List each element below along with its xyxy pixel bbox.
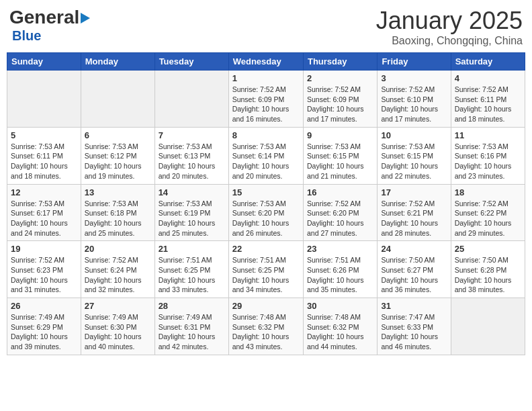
day-info: Sunrise: 7:49 AM Sunset: 6:30 PM Dayligh… xyxy=(85,312,151,352)
calendar-day-cell: 3Sunrise: 7:52 AM Sunset: 6:10 PM Daylig… xyxy=(378,71,451,128)
day-info: Sunrise: 7:51 AM Sunset: 6:26 PM Dayligh… xyxy=(307,255,373,295)
day-number: 22 xyxy=(232,244,300,254)
calendar-day-cell xyxy=(154,71,228,128)
day-info: Sunrise: 7:52 AM Sunset: 6:24 PM Dayligh… xyxy=(85,255,151,295)
calendar-day-cell: 24Sunrise: 7:50 AM Sunset: 6:27 PM Dayli… xyxy=(378,241,451,298)
calendar-day-cell: 26Sunrise: 7:49 AM Sunset: 6:29 PM Dayli… xyxy=(7,298,81,355)
day-number: 5 xyxy=(11,130,77,140)
calendar-day-cell: 6Sunrise: 7:53 AM Sunset: 6:12 PM Daylig… xyxy=(81,127,154,184)
calendar-week-row: 26Sunrise: 7:49 AM Sunset: 6:29 PM Dayli… xyxy=(7,298,525,355)
calendar-day-cell: 19Sunrise: 7:52 AM Sunset: 6:23 PM Dayli… xyxy=(7,241,81,298)
day-number: 16 xyxy=(307,187,373,197)
calendar-day-cell: 30Sunrise: 7:48 AM Sunset: 6:32 PM Dayli… xyxy=(303,298,377,355)
day-info: Sunrise: 7:52 AM Sunset: 6:09 PM Dayligh… xyxy=(307,85,373,124)
calendar-day-cell: 23Sunrise: 7:51 AM Sunset: 6:26 PM Dayli… xyxy=(303,241,377,298)
calendar-table: SundayMondayTuesdayWednesdayThursdayFrid… xyxy=(7,52,525,355)
day-info: Sunrise: 7:52 AM Sunset: 6:23 PM Dayligh… xyxy=(11,255,77,295)
day-number: 13 xyxy=(85,187,151,197)
calendar-week-row: 12Sunrise: 7:53 AM Sunset: 6:17 PM Dayli… xyxy=(7,184,525,241)
logo: General Blue xyxy=(9,7,90,44)
day-number: 29 xyxy=(232,301,300,311)
page-header: General Blue January 2025 Baoxing, Chong… xyxy=(7,7,525,47)
day-info: Sunrise: 7:53 AM Sunset: 6:16 PM Dayligh… xyxy=(455,142,521,181)
day-info: Sunrise: 7:52 AM Sunset: 6:22 PM Dayligh… xyxy=(455,199,521,238)
calendar-day-cell: 8Sunrise: 7:53 AM Sunset: 6:14 PM Daylig… xyxy=(228,127,303,184)
calendar-day-cell: 22Sunrise: 7:51 AM Sunset: 6:25 PM Dayli… xyxy=(228,241,303,298)
day-info: Sunrise: 7:53 AM Sunset: 6:18 PM Dayligh… xyxy=(85,199,151,238)
title-block: January 2025 Baoxing, Chongqing, China xyxy=(376,7,523,47)
calendar-header-row: SundayMondayTuesdayWednesdayThursdayFrid… xyxy=(7,53,525,71)
logo-general-text: General xyxy=(9,7,79,28)
day-info: Sunrise: 7:53 AM Sunset: 6:11 PM Dayligh… xyxy=(11,142,77,181)
day-number: 7 xyxy=(159,130,225,140)
day-info: Sunrise: 7:53 AM Sunset: 6:20 PM Dayligh… xyxy=(232,199,300,238)
day-info: Sunrise: 7:53 AM Sunset: 6:13 PM Dayligh… xyxy=(159,142,225,181)
calendar-day-cell: 31Sunrise: 7:47 AM Sunset: 6:33 PM Dayli… xyxy=(378,298,451,355)
day-of-week-header: Monday xyxy=(81,53,154,71)
day-number: 2 xyxy=(307,73,373,83)
day-info: Sunrise: 7:52 AM Sunset: 6:10 PM Dayligh… xyxy=(381,85,447,124)
day-number: 14 xyxy=(159,187,225,197)
day-number: 21 xyxy=(159,244,225,254)
day-info: Sunrise: 7:51 AM Sunset: 6:25 PM Dayligh… xyxy=(159,255,225,295)
calendar-day-cell xyxy=(451,298,525,355)
calendar-day-cell: 1Sunrise: 7:52 AM Sunset: 6:09 PM Daylig… xyxy=(228,71,303,128)
day-info: Sunrise: 7:52 AM Sunset: 6:11 PM Dayligh… xyxy=(455,85,521,124)
day-number: 11 xyxy=(455,130,521,140)
calendar-day-cell: 14Sunrise: 7:53 AM Sunset: 6:19 PM Dayli… xyxy=(154,184,228,241)
calendar-day-cell: 18Sunrise: 7:52 AM Sunset: 6:22 PM Dayli… xyxy=(451,184,525,241)
calendar-day-cell: 25Sunrise: 7:50 AM Sunset: 6:28 PM Dayli… xyxy=(451,241,525,298)
day-info: Sunrise: 7:49 AM Sunset: 6:29 PM Dayligh… xyxy=(11,312,77,352)
month-title: January 2025 xyxy=(376,7,523,35)
day-number: 20 xyxy=(85,244,151,254)
day-number: 18 xyxy=(455,187,521,197)
day-number: 31 xyxy=(381,301,447,311)
calendar-day-cell xyxy=(7,71,81,128)
calendar-day-cell: 4Sunrise: 7:52 AM Sunset: 6:11 PM Daylig… xyxy=(451,71,525,128)
day-info: Sunrise: 7:52 AM Sunset: 6:21 PM Dayligh… xyxy=(381,199,447,238)
calendar-day-cell: 15Sunrise: 7:53 AM Sunset: 6:20 PM Dayli… xyxy=(228,184,303,241)
day-info: Sunrise: 7:50 AM Sunset: 6:28 PM Dayligh… xyxy=(455,255,521,295)
calendar-day-cell: 11Sunrise: 7:53 AM Sunset: 6:16 PM Dayli… xyxy=(451,127,525,184)
day-number: 17 xyxy=(381,187,447,197)
calendar-day-cell xyxy=(81,71,154,128)
day-info: Sunrise: 7:53 AM Sunset: 6:19 PM Dayligh… xyxy=(159,199,225,238)
calendar-day-cell: 29Sunrise: 7:48 AM Sunset: 6:32 PM Dayli… xyxy=(228,298,303,355)
day-of-week-header: Wednesday xyxy=(228,53,303,71)
day-number: 10 xyxy=(381,130,447,140)
day-of-week-header: Sunday xyxy=(7,53,81,71)
day-number: 24 xyxy=(381,244,447,254)
day-info: Sunrise: 7:53 AM Sunset: 6:12 PM Dayligh… xyxy=(85,142,151,181)
day-number: 9 xyxy=(307,130,373,140)
day-number: 27 xyxy=(85,301,151,311)
calendar-week-row: 5Sunrise: 7:53 AM Sunset: 6:11 PM Daylig… xyxy=(7,127,525,184)
day-number: 25 xyxy=(455,244,521,254)
calendar-day-cell: 16Sunrise: 7:52 AM Sunset: 6:20 PM Dayli… xyxy=(303,184,377,241)
calendar-day-cell: 10Sunrise: 7:53 AM Sunset: 6:15 PM Dayli… xyxy=(378,127,451,184)
day-number: 28 xyxy=(159,301,225,311)
day-number: 15 xyxy=(232,187,300,197)
day-number: 3 xyxy=(381,73,447,83)
calendar-day-cell: 20Sunrise: 7:52 AM Sunset: 6:24 PM Dayli… xyxy=(81,241,154,298)
day-info: Sunrise: 7:53 AM Sunset: 6:14 PM Dayligh… xyxy=(232,142,300,181)
calendar-day-cell: 17Sunrise: 7:52 AM Sunset: 6:21 PM Dayli… xyxy=(378,184,451,241)
day-info: Sunrise: 7:52 AM Sunset: 6:20 PM Dayligh… xyxy=(307,199,373,238)
day-info: Sunrise: 7:52 AM Sunset: 6:09 PM Dayligh… xyxy=(232,85,300,124)
day-info: Sunrise: 7:50 AM Sunset: 6:27 PM Dayligh… xyxy=(381,255,447,295)
day-number: 1 xyxy=(232,73,300,83)
day-info: Sunrise: 7:51 AM Sunset: 6:25 PM Dayligh… xyxy=(232,255,300,295)
calendar-day-cell: 27Sunrise: 7:49 AM Sunset: 6:30 PM Dayli… xyxy=(81,298,154,355)
logo-blue-text: Blue xyxy=(12,28,41,43)
day-number: 23 xyxy=(307,244,373,254)
calendar-day-cell: 12Sunrise: 7:53 AM Sunset: 6:17 PM Dayli… xyxy=(7,184,81,241)
calendar-day-cell: 21Sunrise: 7:51 AM Sunset: 6:25 PM Dayli… xyxy=(154,241,228,298)
calendar-day-cell: 13Sunrise: 7:53 AM Sunset: 6:18 PM Dayli… xyxy=(81,184,154,241)
day-info: Sunrise: 7:47 AM Sunset: 6:33 PM Dayligh… xyxy=(381,312,447,352)
calendar-week-row: 1Sunrise: 7:52 AM Sunset: 6:09 PM Daylig… xyxy=(7,71,525,128)
calendar-day-cell: 5Sunrise: 7:53 AM Sunset: 6:11 PM Daylig… xyxy=(7,127,81,184)
calendar-day-cell: 9Sunrise: 7:53 AM Sunset: 6:15 PM Daylig… xyxy=(303,127,377,184)
day-info: Sunrise: 7:53 AM Sunset: 6:17 PM Dayligh… xyxy=(11,199,77,238)
day-of-week-header: Tuesday xyxy=(154,53,228,71)
day-of-week-header: Saturday xyxy=(451,53,525,71)
day-info: Sunrise: 7:53 AM Sunset: 6:15 PM Dayligh… xyxy=(307,142,373,181)
